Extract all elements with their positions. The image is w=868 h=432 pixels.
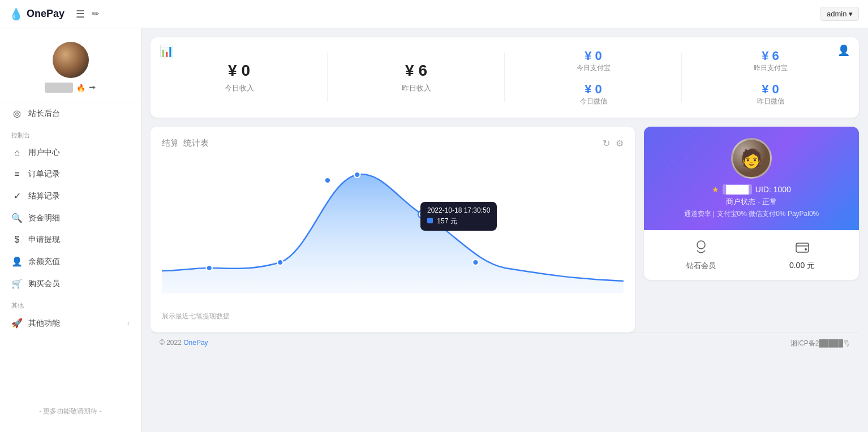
sidebar-item-other-functions[interactable]: 🚀 其他功能 ‹ [0, 312, 141, 334]
chart-footer: 展示最近七笔提现数据 [162, 312, 624, 321]
yesterday-wechat-label: 昨日微信 [757, 97, 784, 106]
sidebar-item-station[interactable]: ◎ 站长后台 [0, 102, 141, 124]
search-icon: 🔍 [11, 213, 23, 223]
settings-icon[interactable]: ⚙ [616, 138, 624, 149]
bottom-row: 结算 统计表 ↻ ⚙ [151, 127, 859, 332]
home-icon: ⌂ [11, 148, 23, 158]
membership-icon [693, 239, 709, 258]
person-icon: 👤 [837, 44, 850, 57]
profile-status: 商户状态 - 正常 [726, 197, 777, 207]
today-alipay-label: 今日支付宝 [577, 63, 611, 73]
star-icon: ★ [712, 185, 719, 194]
svg-point-2 [325, 178, 330, 183]
chart-actions: ↻ ⚙ [603, 138, 624, 149]
yesterday-alipay-label: 昨日支付宝 [754, 63, 788, 73]
yesterday-income-label: 昨日收入 [402, 83, 431, 93]
sidebar-item-recharge[interactable]: 👤 余额充值 [0, 250, 141, 273]
sidebar-item-settlement-records[interactable]: ✓ 结算记录 [0, 185, 141, 207]
yesterday-alipay-amount: ¥ 6 [762, 49, 779, 63]
sidebar-label-user-center: 用户中心 [28, 148, 60, 158]
chart-area: 2022-10-18 17:30:50 157 元 [162, 158, 624, 305]
sidebar-item-order-records[interactable]: ≡ 订单记录 [0, 163, 141, 185]
page-footer: © 2022 OnePay 湘ICP备2█████号 [151, 332, 859, 354]
sidebar-item-user-center[interactable]: ⌂ 用户中心 [0, 142, 141, 163]
profile-membership-item[interactable]: 钻石会员 [653, 239, 749, 271]
cart-icon: 🛒 [11, 278, 23, 289]
sidebar-more-text: - 更多功能敬请期待 - [0, 400, 141, 423]
chart-title: 结算 统计表 [162, 138, 209, 149]
refresh-icon[interactable]: ↻ [603, 138, 610, 149]
other-section-label: 其他 [0, 295, 141, 312]
area-chart-svg [162, 158, 624, 293]
exit-icon[interactable]: ⮕ [89, 84, 96, 92]
profile-rates: 通道费率 | 支付宝0% 微信支付0% PayPal0% [684, 209, 819, 219]
menu-icon[interactable]: ☰ [76, 8, 85, 20]
membership-label: 钻石会员 [686, 261, 716, 271]
profile-card: 🧑 ★ ████ UID: 1000 商户状态 - 正常 通道费率 | 支付宝0… [644, 127, 859, 280]
dollar-icon: $ [11, 235, 23, 245]
svg-point-1 [277, 260, 283, 265]
sidebar-label-order-records: 订单记录 [28, 169, 60, 179]
balance-value: 0.00 元 [789, 261, 815, 271]
sidebar-item-buy-membership[interactable]: 🛒 购买会员 [0, 273, 141, 295]
station-icon: ◎ [11, 108, 23, 119]
wallet-icon [794, 239, 810, 258]
sidebar-label-withdraw: 申请提现 [28, 235, 60, 245]
svg-point-0 [206, 265, 212, 271]
username-blur: ████ [45, 83, 73, 93]
today-income-amount: ¥ 0 [228, 62, 250, 80]
today-wechat-label: 今日微信 [580, 97, 607, 106]
profile-bottom: 钻石会员 0.00 元 [644, 230, 859, 280]
app-name: OnePay [27, 8, 65, 20]
arrow-icon: ‹ [127, 319, 130, 327]
sidebar-label-other-functions: 其他功能 [28, 318, 60, 329]
sidebar: ████ 🔥 ⮕ ◎ 站长后台 控制台 ⌂ 用户中心 ≡ 订单记录 ✓ 结算记录… [0, 28, 141, 432]
top-navigation: 💧 OnePay ☰ ✏ admin ▾ [0, 0, 868, 28]
footer-copyright: © 2022 [160, 339, 182, 347]
svg-point-4 [419, 211, 425, 217]
today-income-label: 今日收入 [225, 83, 254, 93]
stats-row: 📊 ¥ 0 今日收入 ¥ 6 昨日收入 ¥ 0 今日支付宝 ¥ 0 [151, 37, 859, 118]
profile-uid-row: ★ ████ UID: 1000 [712, 184, 791, 195]
sidebar-item-station-label: 站长后台 [28, 109, 60, 119]
profile-avatar: 🧑 [731, 138, 772, 179]
profile-balance-item[interactable]: 0.00 元 [754, 239, 850, 271]
svg-point-9 [805, 248, 807, 250]
sidebar-item-fund-details[interactable]: 🔍 资金明细 [0, 207, 141, 229]
stat-yesterday-income: ¥ 6 昨日收入 [328, 37, 505, 118]
sidebar-label-recharge: 余额充值 [28, 257, 60, 267]
app-logo: 💧 OnePay [9, 7, 65, 21]
sidebar-label-settlement-records: 结算记录 [28, 191, 60, 201]
sidebar-label-fund-details: 资金明细 [28, 213, 60, 223]
svg-rect-8 [796, 243, 809, 252]
edit-icon[interactable]: ✏ [92, 8, 99, 19]
svg-point-5 [472, 260, 478, 265]
stat-today-income: 📊 ¥ 0 今日收入 [151, 37, 328, 118]
topnav-icons: ☰ ✏ [76, 8, 99, 20]
fire-icon: 🔥 [76, 84, 85, 92]
sidebar-avatar-section: ████ 🔥 ⮕ [0, 37, 141, 102]
user-dropdown[interactable]: admin ▾ [820, 7, 859, 21]
list-icon: ≡ [11, 169, 23, 179]
stat-yesterday-channels: 👤 ¥ 6 昨日支付宝 ¥ 0 昨日微信 [682, 37, 859, 118]
user-dropdown-label: admin ▾ [827, 10, 853, 18]
logo-icon: 💧 [9, 7, 23, 21]
profile-banner: 🧑 ★ ████ UID: 1000 商户状态 - 正常 通道费率 | 支付宝0… [644, 127, 859, 230]
chart-subtitle: 统计表 [183, 138, 209, 148]
chart-header: 结算 统计表 ↻ ⚙ [162, 138, 624, 149]
main-content: 📊 ¥ 0 今日收入 ¥ 6 昨日收入 ¥ 0 今日支付宝 ¥ 0 [141, 28, 868, 432]
sidebar-item-withdraw[interactable]: $ 申请提现 [0, 229, 141, 250]
footer-left: © 2022 OnePay [160, 339, 208, 348]
rocket-icon: 🚀 [11, 318, 23, 329]
svg-point-3 [354, 172, 360, 178]
sidebar-label-buy-membership: 购买会员 [28, 279, 60, 289]
svg-point-7 [697, 241, 705, 249]
yesterday-income-amount: ¥ 6 [405, 62, 427, 80]
avatar [53, 42, 89, 78]
uid-label: UID: 1000 [755, 185, 791, 194]
control-section-label: 控制台 [0, 124, 141, 142]
user-icon: 👤 [11, 256, 23, 267]
today-wechat-amount: ¥ 0 [585, 82, 602, 97]
stat-today-channels: ¥ 0 今日支付宝 ¥ 0 今日微信 [505, 37, 682, 118]
yesterday-wechat-amount: ¥ 0 [762, 82, 779, 97]
